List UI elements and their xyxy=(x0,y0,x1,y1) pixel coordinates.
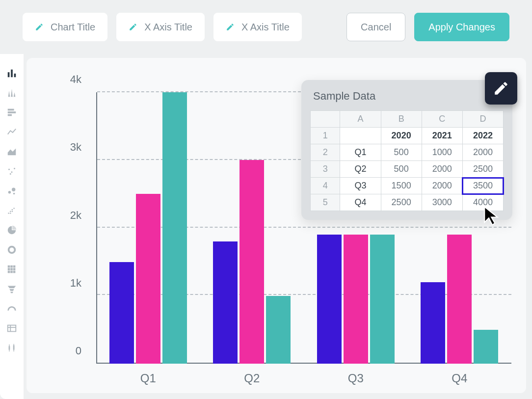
svg-point-19 xyxy=(12,209,13,211)
row-header: 5 xyxy=(311,194,340,211)
svg-rect-25 xyxy=(10,266,13,268)
x-label: Q4 xyxy=(408,372,512,385)
edit-x-axis-title-label-1: X Axis Title xyxy=(144,22,192,33)
table-cell[interactable]: 3000 xyxy=(422,194,462,211)
table-cell[interactable]: 2000 xyxy=(462,144,503,161)
bar[interactable] xyxy=(136,194,160,364)
pencil-icon xyxy=(129,23,137,31)
cancel-button[interactable]: Cancel xyxy=(346,13,405,41)
table-cell[interactable]: 2500 xyxy=(462,161,503,178)
funnel-chart-icon[interactable] xyxy=(6,284,17,294)
bar[interactable] xyxy=(447,235,472,364)
row-header: 1 xyxy=(311,128,340,144)
gauge-chart-icon[interactable] xyxy=(6,303,17,314)
data-panel-title: Sample Data xyxy=(313,90,504,103)
svg-point-11 xyxy=(11,171,13,173)
svg-rect-0 xyxy=(8,72,10,77)
table-cell[interactable]: 500 xyxy=(381,144,422,161)
candlestick-icon[interactable] xyxy=(6,343,17,353)
bubble-chart-icon[interactable] xyxy=(6,186,17,196)
bar[interactable] xyxy=(344,235,368,364)
y-tick: 4k xyxy=(70,73,81,86)
area-chart-icon[interactable] xyxy=(6,146,17,157)
table-cell[interactable]: Q1 xyxy=(340,144,381,161)
bar[interactable] xyxy=(474,330,498,364)
svg-point-12 xyxy=(14,168,15,169)
table-cell[interactable]: 1000 xyxy=(422,144,462,161)
horizontal-bar-icon[interactable] xyxy=(6,107,17,118)
edit-x-axis-title-label-2: X Axis Title xyxy=(241,22,290,33)
svg-rect-7 xyxy=(8,111,16,113)
svg-rect-2 xyxy=(14,74,16,77)
table-cell[interactable]: 2500 xyxy=(381,194,422,211)
edit-data-button[interactable] xyxy=(485,72,517,105)
col-header: D xyxy=(462,111,503,128)
bar-group xyxy=(200,92,304,364)
svg-rect-30 xyxy=(8,271,10,273)
col-header: A xyxy=(340,111,381,128)
bar[interactable] xyxy=(239,160,264,364)
svg-rect-6 xyxy=(8,109,14,111)
donut-chart-icon[interactable] xyxy=(6,244,17,255)
table-cell[interactable]: Q3 xyxy=(340,178,381,194)
y-tick: 2k xyxy=(70,209,81,222)
chart-type-sidebar xyxy=(0,54,24,399)
bar[interactable] xyxy=(109,262,134,364)
table-cell[interactable]: 1500 xyxy=(381,178,422,194)
row-header: 3 xyxy=(311,161,340,178)
scatter-dots-icon[interactable] xyxy=(6,166,17,177)
chart-canvas: 0 1k 2k 3k 4k Q1 Q2 Q3 Q4 xyxy=(27,58,526,393)
bar[interactable] xyxy=(421,282,445,364)
table-cell[interactable] xyxy=(340,128,381,144)
y-tick: 0 xyxy=(76,345,81,357)
dot-plot-icon[interactable] xyxy=(6,205,17,216)
table-cell[interactable]: 4000 xyxy=(462,194,503,211)
table-cell[interactable]: Q2 xyxy=(340,161,381,178)
bar[interactable] xyxy=(162,92,187,364)
svg-point-15 xyxy=(12,188,15,191)
table-cell[interactable]: 2021 xyxy=(422,128,462,144)
apply-changes-button[interactable]: Apply Changes xyxy=(414,13,509,41)
svg-rect-1 xyxy=(11,70,13,78)
table-cell[interactable]: Q4 xyxy=(340,194,381,211)
spike-chart-icon[interactable] xyxy=(6,87,17,98)
pie-chart-icon[interactable] xyxy=(6,225,17,236)
svg-point-21 xyxy=(10,213,11,214)
bar-chart-icon[interactable] xyxy=(6,68,17,79)
x-axis-labels: Q1 Q2 Q3 Q4 xyxy=(96,372,511,385)
table-icon[interactable] xyxy=(6,323,17,334)
pencil-icon xyxy=(493,80,509,97)
y-tick: 1k xyxy=(70,277,81,290)
bar[interactable] xyxy=(213,241,238,364)
table-cell[interactable]: 2000 xyxy=(422,178,462,194)
line-chart-icon[interactable] xyxy=(6,127,17,137)
svg-marker-33 xyxy=(8,286,16,289)
table-cell[interactable]: 2000 xyxy=(422,161,462,178)
svg-point-10 xyxy=(8,169,10,170)
col-header: B xyxy=(381,111,422,128)
table-cell-selected[interactable]: 3500 xyxy=(462,178,503,194)
svg-rect-27 xyxy=(8,268,10,270)
table-cell[interactable]: 500 xyxy=(381,161,422,178)
edit-x-axis-title-button-2[interactable]: X Axis Title xyxy=(213,13,302,41)
svg-rect-29 xyxy=(13,268,16,270)
svg-rect-26 xyxy=(13,266,16,268)
table-cell[interactable]: 2020 xyxy=(381,128,422,144)
bar[interactable] xyxy=(266,296,291,364)
svg-rect-28 xyxy=(10,268,13,270)
edit-chart-title-label: Chart Title xyxy=(51,22,95,33)
table-cell[interactable]: 2022 xyxy=(462,128,503,144)
heatmap-icon[interactable] xyxy=(6,264,17,275)
bar[interactable] xyxy=(317,235,342,364)
apply-label: Apply Changes xyxy=(428,22,495,33)
svg-point-17 xyxy=(8,213,9,214)
edit-x-axis-title-button-1[interactable]: X Axis Title xyxy=(116,13,205,41)
data-table[interactable]: A B C D 1 2020 2021 2022 2 Q1 500 1000 xyxy=(310,110,504,211)
svg-rect-8 xyxy=(8,114,12,116)
svg-marker-5 xyxy=(14,92,16,97)
svg-rect-31 xyxy=(10,271,13,273)
x-label: Q1 xyxy=(96,372,200,385)
edit-chart-title-button[interactable]: Chart Title xyxy=(23,13,107,41)
sample-data-panel: Sample Data A B C D 1 2020 2021 2022 xyxy=(301,80,512,220)
bar[interactable] xyxy=(370,235,395,364)
